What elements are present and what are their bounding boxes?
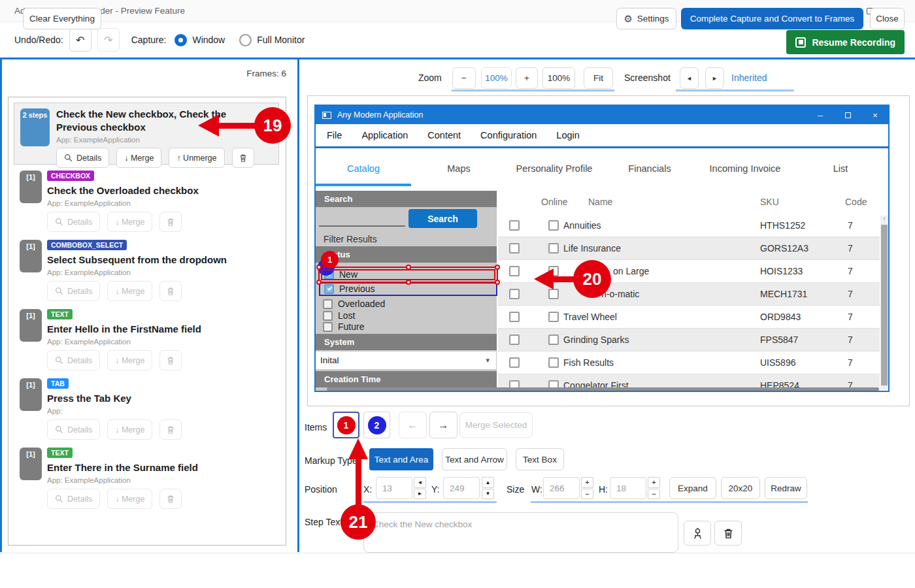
w-stepper[interactable]: +−: [581, 477, 593, 499]
step-title: Check the New checkbox, Check the Previo…: [56, 108, 258, 134]
markup-item-1-area[interactable]: [318, 267, 498, 283]
left-icon[interactable]: ◄: [414, 477, 426, 488]
resize-handle[interactable]: [406, 280, 411, 285]
minus-icon[interactable]: −: [648, 489, 660, 500]
search-input: [319, 225, 405, 227]
zoom-reset-button[interactable]: 100%: [542, 67, 575, 89]
details-button[interactable]: Details: [47, 419, 100, 440]
expand-button[interactable]: Expand: [669, 477, 716, 499]
overloaded-checkbox: [323, 299, 333, 309]
step-title: Press the Tab Key: [47, 392, 269, 405]
h-stepper[interactable]: +−: [648, 477, 660, 499]
zoom-fit-button[interactable]: Fit: [584, 67, 613, 89]
delete-step-button[interactable]: [159, 281, 182, 301]
previous-item-button[interactable]: ←: [399, 412, 427, 438]
resume-recording-button[interactable]: Resume Recording: [786, 30, 905, 54]
screenshot-prev-button[interactable]: ◄: [680, 67, 699, 89]
x-input[interactable]: [376, 477, 412, 499]
close-button[interactable]: Close: [870, 8, 905, 29]
table-row: n-o-maticMECH17317: [498, 283, 880, 306]
capture-full-monitor-radio[interactable]: [239, 34, 252, 46]
tab-incoming-invoice: Incoming Invoice: [697, 150, 793, 186]
table-row: Travel WheelORD98437: [498, 306, 880, 329]
markup-text-and-area-button[interactable]: Text and Area: [369, 448, 433, 470]
w-input[interactable]: [543, 477, 580, 499]
x-stepper[interactable]: ◄►: [414, 477, 426, 499]
markup-item-1-badge[interactable]: 1: [321, 251, 339, 269]
zoom-value[interactable]: 100%: [481, 67, 512, 89]
delete-item-button[interactable]: [714, 521, 742, 546]
step-text-input[interactable]: Check the New checkbox: [363, 512, 678, 553]
merge-button[interactable]: ↓ Merge: [107, 281, 152, 301]
resize-handle[interactable]: [316, 265, 322, 270]
clear-everything-button[interactable]: Clear Everything: [23, 8, 101, 29]
delete-step-button[interactable]: [159, 350, 182, 370]
merge-button[interactable]: ↓ Merge: [107, 212, 152, 232]
step-app: App: ExampleApplication: [47, 476, 269, 484]
merge-button[interactable]: ↓ Merge: [107, 489, 152, 509]
settings-button[interactable]: ⚙ Settings: [616, 8, 676, 29]
merge-selected-button[interactable]: Merge Selected: [459, 412, 533, 438]
merge-button[interactable]: ↓ Merge: [107, 419, 152, 440]
plus-icon[interactable]: +: [581, 477, 593, 488]
status-section-header: Status: [316, 246, 497, 263]
complete-capture-button[interactable]: Complete Capture and Convert to Frames: [681, 8, 863, 29]
resize-handle[interactable]: [495, 265, 500, 270]
inherited-link[interactable]: Inherited: [731, 73, 767, 83]
up-icon[interactable]: ▲: [482, 477, 494, 488]
redo-button[interactable]: ↷: [97, 28, 120, 52]
annotation-21-circle: 21: [341, 504, 376, 540]
capture-window-label[interactable]: Window: [192, 35, 225, 45]
y-stepper[interactable]: ▲▼: [482, 477, 494, 499]
capture-full-monitor-label[interactable]: Full Monitor: [257, 35, 305, 45]
right-icon[interactable]: ►: [414, 489, 426, 500]
y-input[interactable]: [443, 477, 480, 499]
step-card-merged[interactable]: 2 steps Check the New checkbox, Check th…: [14, 103, 279, 165]
row-checkbox: [509, 289, 520, 299]
system-section-header: System: [316, 334, 497, 350]
merge-button[interactable]: ↓ Merge: [107, 350, 152, 370]
markup-text-box-button[interactable]: Text Box: [516, 448, 564, 470]
zoom-out-button[interactable]: −: [452, 67, 476, 89]
markup-text-and-arrow-button[interactable]: Text and Arrow: [442, 448, 507, 470]
online-checkbox: [548, 289, 559, 299]
plus-icon[interactable]: +: [648, 477, 660, 488]
app-icon: [322, 112, 331, 119]
table-row: Grinding SparksFPS58477: [498, 329, 880, 351]
trash-icon: [166, 425, 175, 434]
item-1-button[interactable]: 1: [333, 412, 359, 438]
details-button[interactable]: Details: [47, 212, 100, 232]
delete-step-button[interactable]: [159, 419, 182, 440]
screenshot-next-button[interactable]: ►: [705, 67, 724, 89]
auto-text-button[interactable]: [684, 521, 711, 546]
menu-file: File: [327, 130, 342, 140]
online-checkbox: [548, 312, 559, 322]
down-icon[interactable]: ▼: [482, 489, 494, 500]
capture-window-radio[interactable]: [175, 34, 187, 46]
resize-handle[interactable]: [495, 280, 500, 285]
redraw-button[interactable]: Redraw: [765, 477, 807, 499]
step-app: App: ExampleApplication: [47, 338, 269, 346]
step-card[interactable]: [1] CHECKBOX Check the Overloaded checkb…: [14, 165, 279, 231]
details-button[interactable]: Details: [47, 281, 100, 301]
next-item-button[interactable]: →: [429, 412, 458, 438]
search-button: Search: [408, 209, 477, 228]
resize-handle[interactable]: [316, 280, 322, 285]
delete-step-button[interactable]: [159, 212, 182, 232]
resize-20x20-button[interactable]: 20x20: [721, 477, 760, 499]
resize-handle[interactable]: [406, 265, 411, 270]
step-card[interactable]: [1] COMBOBOX_SELECT Select Subsequent fr…: [14, 235, 279, 300]
details-button[interactable]: Details: [47, 350, 100, 370]
minus-icon[interactable]: −: [581, 489, 593, 500]
item-2-button[interactable]: 2: [363, 412, 390, 438]
details-button[interactable]: Details: [47, 489, 100, 509]
step-card[interactable]: [1] TEXT Enter There in the Surname fiel…: [14, 442, 279, 508]
delete-step-button[interactable]: [159, 489, 182, 509]
zoom-in-button[interactable]: +: [516, 67, 538, 89]
step-card[interactable]: [1] TAB Press the Tab Key App: Details ↓…: [14, 373, 279, 438]
undo-button[interactable]: ↶: [69, 28, 92, 52]
captured-app-menubar: File Application Content Configuration L…: [316, 124, 888, 148]
h-input[interactable]: [610, 477, 646, 499]
position-underline: [363, 501, 497, 503]
step-card[interactable]: [1] TEXT Enter Hello in the FirstName fi…: [14, 304, 279, 369]
